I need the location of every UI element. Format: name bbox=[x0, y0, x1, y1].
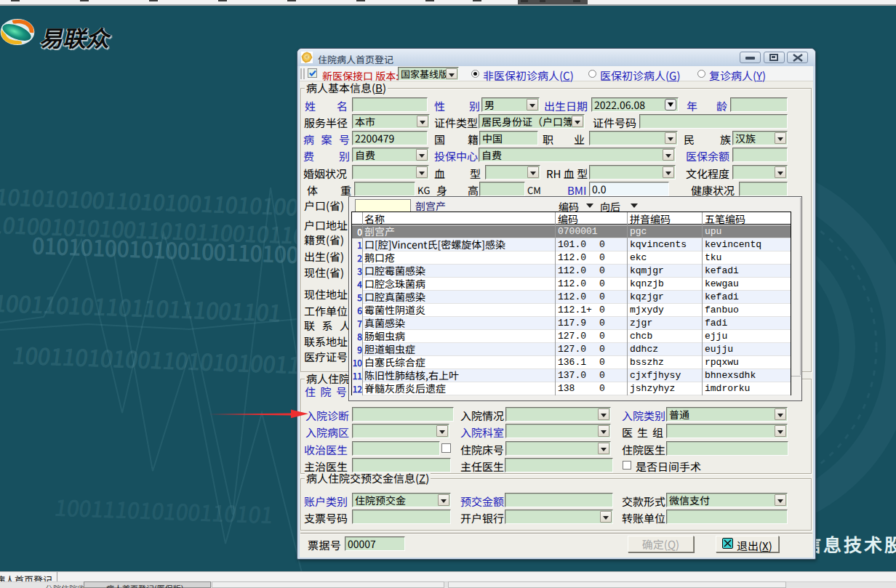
svg-text:10011010110110111001101: 10011010110110111001101 bbox=[0, 286, 284, 328]
svg-text:100111010100110101: 100111010100110101 bbox=[53, 491, 276, 530]
svg-text:100110101001101010100110: 100110101001101010100110 bbox=[11, 337, 316, 380]
